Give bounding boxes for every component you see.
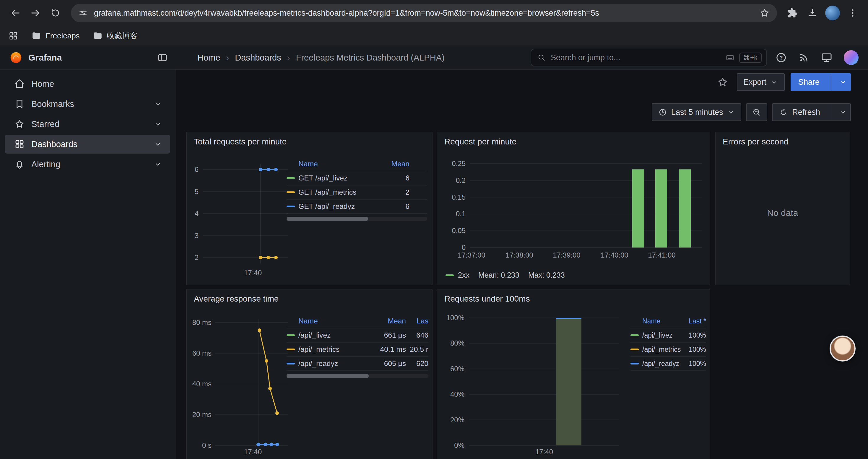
share-button[interactable]: Share (791, 74, 827, 90)
tick-label: 17:40 (244, 448, 262, 456)
tick-label: 17:40 (244, 269, 262, 277)
panel-request-per-minute: Request per minute 0.250.20.150.10.05017… (437, 132, 710, 285)
browser-profile-avatar (825, 6, 840, 21)
sidebar-item-label: Dashboards (31, 139, 78, 149)
favorite-dashboard-button[interactable] (714, 74, 731, 90)
breadcrumb: Home › Dashboards › Freeleaps Metrics Da… (197, 53, 445, 63)
panel-total-requests: Total requests per minute 6543217:40 Nam… (186, 132, 433, 285)
browser-menu-button[interactable] (843, 4, 862, 23)
tick-label: 3 (195, 232, 198, 239)
series-value: 605 µs (368, 359, 406, 368)
breadcrumb-home[interactable]: Home (197, 53, 220, 63)
legend-row[interactable]: /api/_readyz605 µs620 (286, 357, 428, 371)
panel-requests-under-100ms: Requests under 100ms 100%80%60%40%20%0%1… (437, 289, 710, 459)
legend-header[interactable]: Last * (684, 317, 706, 325)
user-avatar[interactable] (844, 50, 859, 65)
scrollbar-thumb[interactable] (286, 374, 369, 378)
legend-row[interactable]: /api/_metrics40.1 ms20.5 r (286, 342, 428, 357)
bookmark-folder-freeleaps[interactable]: Freeleaps (31, 31, 80, 41)
sidebar-item-dashboards[interactable]: Dashboards (5, 135, 170, 154)
panel-title[interactable]: Average response time (194, 294, 279, 304)
news-rss-icon[interactable] (798, 52, 809, 63)
tick-label: 80% (450, 339, 464, 347)
panel-avg-response-time: Average response time 80 ms60 ms40 ms20 … (186, 289, 433, 459)
grafana-logo-icon[interactable] (9, 51, 23, 64)
legend-scrollbar[interactable] (286, 374, 428, 378)
series-line (259, 330, 277, 413)
sidebar-item-label: Bookmarks (31, 99, 74, 109)
panel-title[interactable]: Request per minute (444, 137, 517, 146)
legend-row[interactable]: /api/_metrics100% (630, 342, 706, 357)
series-name: 2xx (458, 271, 469, 280)
legend-row[interactable]: /api/_livez100% (630, 328, 706, 342)
url-text: grafana.mathmast.com/d/deytv4rwavabkb/fr… (94, 8, 753, 18)
help-icon[interactable]: ? (775, 52, 787, 64)
export-button[interactable]: Export (737, 73, 785, 91)
legend-inline[interactable]: 2xxMean: 0.233Max: 0.233 (445, 271, 565, 280)
share-menu-button[interactable] (836, 74, 850, 90)
extensions-button[interactable] (783, 4, 802, 23)
tick-label: 0.05 (452, 227, 466, 234)
address-bar[interactable]: grafana.mathmast.com/d/deytv4rwavabkb/fr… (71, 4, 777, 22)
total-requests-chart[interactable]: 6543217:40 (191, 154, 292, 281)
floating-assistant-avatar[interactable] (830, 335, 856, 362)
monitor-icon[interactable] (821, 52, 833, 64)
search-input[interactable]: Search or jump to... ⌘+k (531, 49, 767, 66)
reload-button[interactable] (46, 4, 65, 23)
legend-header[interactable]: Name (642, 317, 684, 325)
browser-profile-button[interactable] (823, 4, 842, 23)
sidebar-item-starred[interactable]: Starred (5, 114, 170, 133)
forward-button[interactable] (26, 4, 45, 23)
legend-row[interactable]: GET /api/_livez6 (286, 171, 427, 186)
requests-under-100ms-chart[interactable]: 100%80%60%40%20%0%17:40 (442, 311, 625, 458)
legend-header[interactable]: Name (299, 160, 375, 168)
bar[interactable] (679, 169, 691, 248)
bar[interactable] (632, 169, 644, 248)
legend-header[interactable]: Mean (375, 160, 409, 168)
apps-icon (14, 139, 25, 150)
refresh-interval-button[interactable] (836, 104, 850, 121)
bar[interactable] (655, 169, 667, 248)
series-point (274, 168, 278, 171)
panel-title[interactable]: Requests under 100ms (444, 294, 530, 304)
sidebar-item-bookmarks[interactable]: Bookmarks (5, 95, 170, 113)
series-value: 20.5 r (406, 345, 428, 354)
series-value: 620 (406, 359, 428, 368)
bookmark-folder-blogs[interactable]: 收藏博客 (93, 31, 138, 41)
brand-title: Grafana (28, 53, 62, 63)
bookmark-icon (14, 99, 25, 109)
series-name: /api/_metrics (299, 345, 368, 354)
series-point (265, 359, 268, 363)
sidebar-item-home[interactable]: Home (5, 74, 170, 93)
zoom-out-icon (752, 107, 761, 117)
legend-row[interactable]: GET /api/_readyz6 (286, 200, 427, 214)
panel-title[interactable]: Total requests per minute (194, 137, 286, 146)
series-stat: Mean: 0.233 (478, 271, 519, 280)
legend-row[interactable]: /api/_livez661 µs646 (286, 328, 428, 342)
bar[interactable] (556, 318, 582, 446)
folder-icon (31, 31, 41, 41)
series-point (268, 387, 272, 391)
legend-scrollbar[interactable] (286, 217, 427, 221)
breadcrumb-dashboards[interactable]: Dashboards (235, 53, 281, 63)
legend-header[interactable]: Name (299, 317, 368, 325)
series-color-dash (286, 363, 295, 364)
request-per-minute-chart[interactable]: 0.250.20.150.10.05017:37:0017:38:0017:39… (442, 154, 706, 263)
apps-grid-icon[interactable] (8, 31, 18, 41)
legend-row[interactable]: /api/_readyz100% (630, 357, 706, 371)
avg-response-time-chart[interactable]: 80 ms60 ms40 ms20 ms0 s17:40 (191, 311, 292, 458)
sidebar-item-alerting[interactable]: Alerting (5, 155, 170, 174)
refresh-button[interactable]: Refresh (773, 104, 827, 121)
legend-table: NameLast */api/_livez100%/api/_metrics10… (630, 314, 706, 371)
zoom-out-button[interactable] (746, 103, 767, 121)
scrollbar-thumb[interactable] (286, 217, 368, 221)
legend-header[interactable]: Las (406, 317, 428, 325)
legend-header[interactable]: Mean (368, 317, 406, 325)
bookmark-star-icon[interactable] (759, 8, 770, 18)
collapse-sidebar-icon[interactable] (157, 52, 168, 63)
panel-title[interactable]: Errors per second (723, 137, 788, 146)
legend-row[interactable]: GET /api/_metrics2 (286, 186, 427, 200)
downloads-button[interactable] (803, 4, 822, 23)
back-button[interactable] (6, 4, 25, 23)
time-range-picker[interactable]: Last 5 minutes (652, 103, 742, 121)
